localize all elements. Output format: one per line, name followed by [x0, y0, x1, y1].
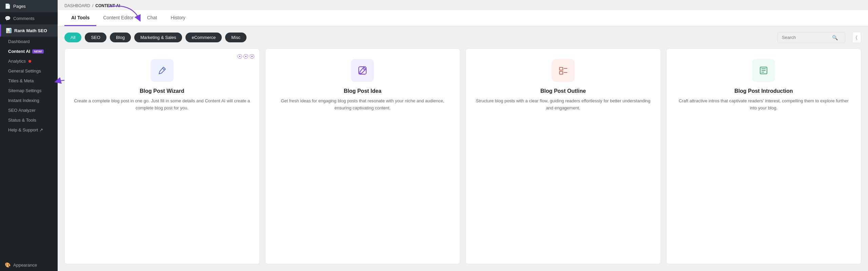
cards-grid: ☉☉☉ Blog Post Wizard Create a complete b…: [58, 48, 868, 271]
card-blog-post-wizard[interactable]: ☉☉☉ Blog Post Wizard Create a complete b…: [64, 48, 260, 264]
card-badge: ☉☉☉: [237, 53, 255, 60]
pages-icon: 📄: [5, 3, 11, 9]
card-title: Blog Post Idea: [344, 88, 381, 94]
sidebar-item-content-ai[interactable]: Content AI New!: [0, 46, 58, 56]
breadcrumb: DASHBOARD / CONTENT AI: [58, 0, 868, 8]
card-blog-post-introduction[interactable]: Blog Post Introduction Craft attractive …: [666, 48, 862, 264]
sidebar-item-status-tools[interactable]: Status & Tools: [0, 115, 58, 125]
sidebar-item-rankmath[interactable]: 📊 Rank Math SEO: [0, 24, 58, 37]
card-title: Blog Post Introduction: [734, 88, 793, 94]
main-content: DASHBOARD / CONTENT AI AI Tools Content …: [58, 0, 868, 271]
sidebar-item-seo-analyzer[interactable]: SEO Analyzer: [0, 105, 58, 115]
sidebar-item-general-settings[interactable]: General Settings: [0, 66, 58, 76]
sidebar-item-titles-meta[interactable]: Titles & Meta: [0, 76, 58, 86]
sidebar-item-label: Pages: [13, 4, 26, 9]
tab-ai-tools[interactable]: AI Tools: [64, 10, 96, 26]
card-icon-green: [752, 59, 775, 82]
comments-icon: 💬: [5, 16, 11, 21]
sidebar-item-instant-indexing[interactable]: Instant Indexing: [0, 96, 58, 105]
search-input[interactable]: [782, 35, 829, 40]
analytics-dot: [28, 60, 31, 63]
arrow-annotation-1: [105, 3, 146, 24]
card-description: Structure blog posts with a clear flow, …: [474, 98, 652, 112]
sidebar: 📄 Pages 💬 Comments 📊 Rank Math SEO Dashb…: [0, 0, 58, 271]
card-title: Blog Post Wizard: [140, 88, 184, 94]
tabs-container: AI Tools Content Editor Chat History: [58, 10, 868, 26]
svg-rect-5: [559, 71, 563, 74]
breadcrumb-separator: /: [92, 3, 93, 8]
sidebar-item-sitemap[interactable]: Sitemap Settings: [0, 86, 58, 96]
sidebar-item-analytics[interactable]: Analytics: [0, 56, 58, 66]
svg-line-0: [162, 68, 164, 70]
card-icon-blue: [151, 59, 174, 82]
breadcrumb-dashboard[interactable]: DASHBOARD: [64, 3, 90, 8]
collapse-button[interactable]: 〈: [852, 32, 861, 43]
filter-bar: All SEO Blog Marketing & Sales eCommerce…: [58, 26, 868, 48]
filter-marketing[interactable]: Marketing & Sales: [134, 33, 182, 42]
svg-rect-3: [559, 67, 563, 70]
sidebar-item-help-support[interactable]: Help & Support ↗: [0, 125, 58, 135]
card-icon-purple: [351, 59, 374, 82]
card-title: Blog Post Outline: [540, 88, 586, 94]
sidebar-item-comments[interactable]: 💬 Comments: [0, 12, 58, 24]
svg-line-2: [363, 68, 365, 70]
card-description: Craft attractive intros that captivate r…: [675, 98, 853, 112]
card-blog-post-idea[interactable]: Blog Post Idea Get fresh ideas for engag…: [265, 48, 460, 264]
card-blog-post-outline[interactable]: Blog Post Outline Structure blog posts w…: [466, 48, 661, 264]
sidebar-item-label: Appearance: [13, 263, 37, 268]
search-box[interactable]: 🔍: [777, 32, 845, 43]
sidebar-item-label: Rank Math SEO: [14, 28, 47, 33]
rankmath-icon: 📊: [6, 28, 12, 33]
filter-ecommerce[interactable]: eCommerce: [185, 33, 222, 42]
card-description: Get fresh ideas for engaging blog posts …: [274, 98, 452, 112]
card-icon-red: [552, 59, 575, 82]
dots-icon: ☉☉☉: [237, 53, 255, 60]
card-description: Create a complete blog post in one go. J…: [73, 98, 251, 112]
appearance-icon: 🎨: [5, 262, 11, 268]
search-icon: 🔍: [832, 35, 838, 40]
sidebar-item-pages[interactable]: 📄 Pages: [0, 0, 58, 12]
new-badge: New!: [32, 49, 44, 54]
sidebar-item-dashboard[interactable]: Dashboard: [0, 37, 58, 46]
filter-all[interactable]: All: [64, 33, 81, 42]
sidebar-item-appearance[interactable]: 🎨 Appearance: [0, 259, 58, 271]
sidebar-item-label: Comments: [13, 16, 35, 21]
filter-blog[interactable]: Blog: [110, 33, 131, 42]
tab-history[interactable]: History: [164, 10, 192, 26]
filter-misc[interactable]: Misc: [225, 33, 246, 42]
filter-seo[interactable]: SEO: [85, 33, 106, 42]
